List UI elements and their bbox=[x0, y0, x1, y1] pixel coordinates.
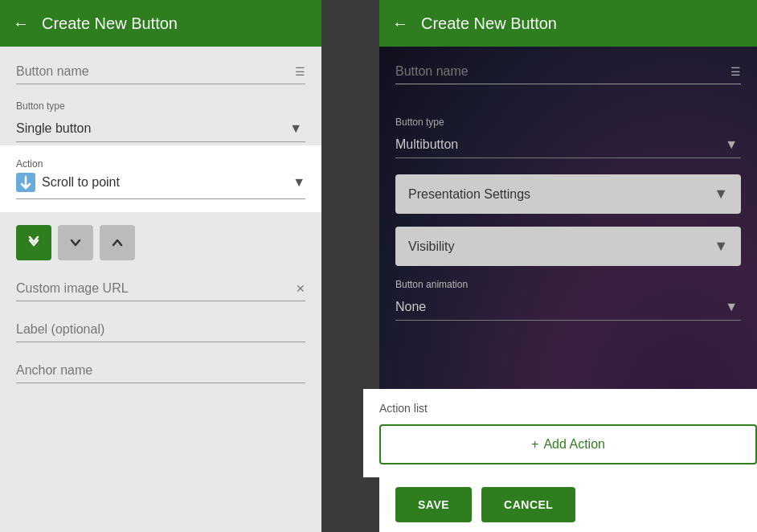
cancel-button[interactable]: CANCEL bbox=[481, 487, 575, 522]
right-button-type-select[interactable]: Single button Multibutton bbox=[395, 131, 741, 158]
left-header: ← Create New Button bbox=[0, 0, 321, 47]
left-form-content: ☰ Button type Single button Multibutton … bbox=[0, 47, 321, 532]
left-button-type-field: Button type Single button Multibutton ▼ bbox=[16, 100, 305, 142]
right-button-type-label: Button type bbox=[395, 117, 741, 128]
visibility-label: Visibility bbox=[408, 239, 455, 254]
add-action-button[interactable]: + Add Action bbox=[379, 424, 757, 464]
left-anchor-name-input[interactable] bbox=[16, 358, 305, 383]
left-custom-image-input[interactable] bbox=[16, 276, 296, 301]
right-panel-title: Create New Button bbox=[421, 14, 557, 33]
right-button-name-field: ☰ bbox=[395, 59, 741, 100]
scroll-up-button[interactable] bbox=[100, 225, 135, 260]
left-button-name-input[interactable] bbox=[16, 59, 295, 84]
right-button-animation-field: Button animation None Pulse Bounce ▼ bbox=[395, 279, 741, 321]
right-panel: ← Create New Button ☰ Button type Single… bbox=[379, 0, 757, 532]
save-button[interactable]: SAVE bbox=[395, 487, 472, 522]
left-panel-title: Create New Button bbox=[42, 14, 178, 33]
presentation-settings-dropdown[interactable]: Presentation Settings ▼ bbox=[395, 174, 741, 214]
scroll-point-icon bbox=[16, 173, 35, 192]
scroll-down-small-button[interactable] bbox=[58, 225, 93, 260]
text-icon: ☰ bbox=[295, 65, 305, 78]
left-label-optional-input[interactable] bbox=[16, 317, 305, 342]
right-button-animation-label: Button animation bbox=[395, 279, 741, 290]
left-anchor-name-field bbox=[16, 358, 305, 383]
right-button-animation-select[interactable]: None Pulse Bounce bbox=[395, 293, 741, 320]
left-action-arrow-icon: ▼ bbox=[293, 175, 305, 190]
left-icon-buttons-row bbox=[16, 225, 305, 260]
right-back-button[interactable]: ← bbox=[392, 14, 408, 33]
visibility-arrow-icon: ▼ bbox=[714, 238, 728, 255]
add-action-plus-icon: + bbox=[531, 437, 538, 452]
left-panel: ← Create New Button ☰ Button type Single… bbox=[0, 0, 321, 532]
left-button-type-select[interactable]: Single button Multibutton bbox=[16, 115, 305, 141]
presentation-settings-arrow-icon: ▼ bbox=[714, 186, 728, 203]
presentation-settings-label: Presentation Settings bbox=[408, 187, 530, 202]
left-action-value: Scroll to point bbox=[42, 175, 286, 190]
right-text-icon: ☰ bbox=[730, 65, 741, 78]
left-back-button[interactable]: ← bbox=[13, 14, 29, 33]
action-list-label: Action list bbox=[379, 402, 757, 415]
left-custom-image-field: ✕ bbox=[16, 276, 305, 301]
right-button-name-input[interactable] bbox=[395, 59, 730, 84]
left-action-label: Action bbox=[16, 158, 305, 170]
scroll-down-large-button[interactable] bbox=[16, 225, 51, 260]
action-list-section: Action list + Add Action bbox=[363, 389, 757, 477]
left-label-optional-field bbox=[16, 317, 305, 342]
left-action-section: Action Scroll to point ▼ bbox=[0, 145, 321, 212]
clear-icon[interactable]: ✕ bbox=[296, 282, 305, 295]
right-form-content: ☰ Button type Single button Multibutton … bbox=[379, 47, 757, 389]
left-button-type-label: Button type bbox=[16, 100, 305, 112]
left-action-row[interactable]: Scroll to point ▼ bbox=[16, 173, 305, 199]
add-action-label: Add Action bbox=[543, 437, 605, 452]
left-button-name-field: ☰ bbox=[16, 59, 305, 84]
visibility-dropdown[interactable]: Visibility ▼ bbox=[395, 227, 741, 266]
right-button-type-field: Button type Single button Multibutton ▼ bbox=[395, 117, 741, 158]
right-header: ← Create New Button bbox=[379, 0, 757, 47]
footer-buttons: SAVE CANCEL bbox=[379, 477, 757, 532]
